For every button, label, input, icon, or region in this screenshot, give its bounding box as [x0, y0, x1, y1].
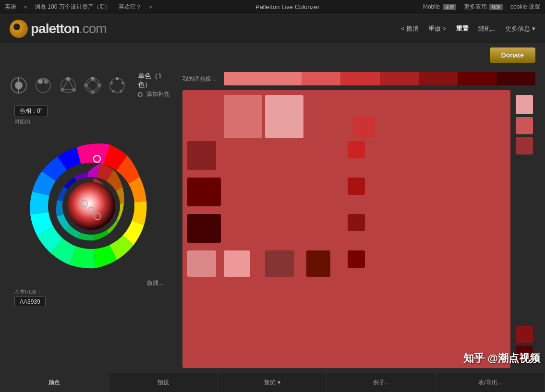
fine-tune-link[interactable]: 微调...: [147, 279, 163, 287]
palette-swatch-3[interactable]: [340, 72, 379, 85]
top-navbar: 英语 ▾ 浏览 100 万个设计资产（新） 喜欢它？ ▾ Palletton L…: [0, 0, 545, 14]
side-spacer: [513, 157, 535, 323]
color-wheel-svg[interactable]: [14, 129, 168, 283]
donate-area: Donate: [0, 43, 545, 67]
mobile-link[interactable]: Mobile 规定: [423, 3, 456, 11]
tab-examples[interactable]: 例子...: [327, 373, 436, 392]
scheme-tetrad-icon[interactable]: [84, 76, 101, 95]
svg-line-23: [86, 79, 93, 85]
add-complement-area: 添加补充: [138, 90, 173, 98]
palette-label: 我的调色板：: [182, 75, 217, 83]
palette-strip-area: 我的调色板：: [182, 72, 535, 85]
palette-swatch-4[interactable]: [380, 72, 419, 85]
grid-swatch-r5c3[interactable]: [265, 250, 294, 277]
main-content: 单色（1色） 添加补充 色相：0° 对面的: [0, 67, 545, 373]
reset-button[interactable]: 重置: [456, 24, 469, 33]
grid-swatch-r1c2[interactable]: [224, 95, 262, 138]
grid-swatch-r2c5[interactable]: [348, 141, 365, 158]
grid-cell-empty-r1c1: [187, 95, 221, 138]
side-swatches: [513, 90, 535, 368]
grid-swatch-r5c2[interactable]: [224, 250, 250, 277]
logo-icon: [10, 20, 28, 38]
logo-text: paletton.com: [31, 21, 107, 36]
svg-point-26: [121, 82, 124, 84]
tab-colors[interactable]: 颜色: [0, 373, 109, 392]
hue-value[interactable]: 色相：0°: [14, 105, 48, 117]
scheme-name: 单色（1色）: [138, 72, 173, 89]
rgb-label: 基本RGB：: [14, 288, 173, 296]
palette-swatch-7[interactable]: [497, 72, 535, 85]
grid-cell-empty-r2c3: [265, 141, 303, 175]
more-apps-link[interactable]: 更多应用 规定: [464, 3, 503, 11]
grid-swatch-r5c4[interactable]: [306, 250, 330, 277]
grid-cell-empty-r4c2: [224, 214, 262, 248]
side-swatch-4[interactable]: [516, 326, 533, 343]
grid-swatch-r5c1[interactable]: [187, 250, 216, 277]
opposite-label: 对面的: [14, 118, 30, 125]
left-panel: 单色（1色） 添加补充 色相：0° 对面的: [10, 72, 173, 368]
scheme-adjacent-icon[interactable]: [34, 76, 52, 95]
svg-point-25: [116, 77, 119, 80]
hue-ring[interactable]: [30, 143, 146, 268]
more-info-button[interactable]: 更多信息 ▾: [505, 24, 535, 33]
grid-swatch-r3c1[interactable]: [187, 178, 221, 206]
grid-swatch-r4c5[interactable]: [348, 214, 365, 231]
grid-swatch-r1c5[interactable]: [353, 116, 375, 138]
grid-cell-empty-r4c3: [265, 214, 303, 248]
grid-swatch-r3c5[interactable]: [348, 178, 365, 195]
app-title: Palletton Live Colorizer: [160, 3, 415, 11]
scheme-label-area: 单色（1色） 添加补充: [138, 72, 173, 98]
palette-swatch-1[interactable]: [224, 72, 302, 85]
svg-point-33: [67, 182, 115, 230]
favorite-link[interactable]: 喜欢它？: [119, 3, 142, 11]
palette-swatch-5[interactable]: [419, 72, 458, 85]
color-wheel-container[interactable]: 微调...: [14, 129, 168, 283]
browse-link[interactable]: 浏览 100 万个设计资产（新）: [35, 3, 111, 11]
grid-swatch-r1c3[interactable]: [265, 95, 303, 138]
rgb-value[interactable]: AA3939: [14, 297, 46, 307]
tab-presets[interactable]: 预设: [109, 373, 218, 392]
scheme-icons-row: 单色（1色） 添加补充: [10, 72, 173, 98]
header-actions: < 撤消 重做 > 重置 随机... 更多信息 ▾: [401, 24, 535, 33]
logo-suffix: .com: [79, 21, 107, 36]
scheme-mono-icon[interactable]: [10, 76, 27, 95]
rgb-area: 基本RGB： AA3939: [14, 288, 173, 307]
grid-cell-empty-r3c4: [306, 178, 345, 211]
grid-cell-empty-r3c3: [265, 178, 303, 211]
logo: paletton.com: [10, 20, 107, 38]
svg-point-28: [112, 90, 115, 93]
svg-line-22: [86, 85, 93, 92]
side-swatch-3[interactable]: [516, 137, 533, 154]
palette-swatch-6[interactable]: [458, 72, 497, 85]
redo-button[interactable]: 重做 >: [428, 24, 446, 33]
app-header: paletton.com < 撤消 重做 > 重置 随机... 更多信息 ▾: [0, 14, 545, 43]
side-swatch-2[interactable]: [516, 117, 533, 134]
tab-export[interactable]: 表/导出...: [436, 373, 545, 392]
scheme-triad-icon[interactable]: [59, 76, 77, 95]
cookie-settings[interactable]: cookie 设置: [510, 3, 540, 11]
undo-button[interactable]: < 撤消: [401, 24, 419, 33]
color-grid-area: [182, 90, 535, 368]
palette-swatch-2[interactable]: [302, 72, 340, 85]
side-swatch-1[interactable]: [516, 95, 533, 114]
svg-point-27: [120, 90, 122, 93]
grid-swatch-r5c5[interactable]: [348, 250, 365, 268]
grid-cell-empty-r2c2: [224, 141, 262, 175]
side-swatch-5[interactable]: [516, 346, 533, 363]
random-button[interactable]: 随机...: [478, 24, 496, 33]
svg-line-21: [93, 85, 99, 92]
tab-preview[interactable]: 预览 ▾: [218, 373, 327, 392]
right-panel: 我的调色板：: [182, 72, 535, 368]
color-grid: [182, 90, 510, 368]
grid-swatch-r2c1[interactable]: [187, 141, 216, 170]
bottom-bar: 颜色 预设 预览 ▾ 例子... 表/导出...: [0, 373, 545, 392]
scheme-five-icon[interactable]: [109, 76, 126, 95]
svg-point-3: [36, 78, 50, 93]
radio-button[interactable]: [138, 92, 143, 97]
svg-line-20: [93, 79, 99, 85]
grid-swatch-r4c1[interactable]: [187, 214, 221, 243]
grid-cell-empty-r3c2: [224, 178, 262, 211]
svg-point-29: [110, 82, 113, 84]
language-selector[interactable]: 英语: [5, 3, 16, 11]
donate-button[interactable]: Donate: [490, 48, 535, 63]
